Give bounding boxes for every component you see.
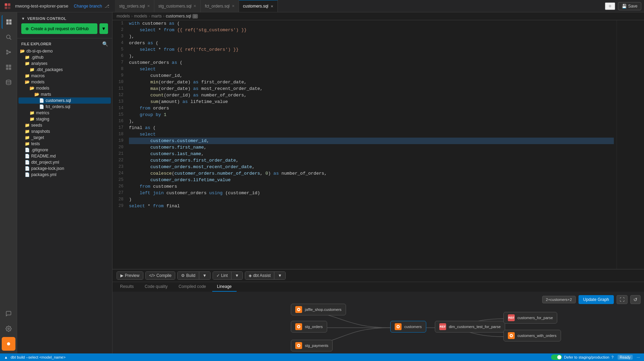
pr-dropdown-button[interactable]: ▼: [99, 23, 108, 34]
sidebar-icon-git[interactable]: [2, 45, 15, 59]
tree-item-fct_orders_sql[interactable]: 📄fct_orders.sql: [19, 104, 111, 110]
lint-dropdown-button[interactable]: ▼: [231, 272, 242, 279]
compile-button[interactable]: </> Compile: [146, 272, 175, 279]
status-bar: ▲ dbt build --select <model_name> Defer …: [0, 353, 644, 361]
svg-point-25: [298, 345, 300, 347]
sidebar-icon-settings[interactable]: [2, 322, 15, 336]
bottom-tab-code_quality[interactable]: Code quality: [140, 282, 172, 292]
tab-stg_orders[interactable]: stg_orders.sql✕: [115, 0, 154, 12]
tree-item-marts[interactable]: 📂marts: [19, 91, 111, 97]
svg-rect-1: [8, 3, 10, 5]
defer-toggle[interactable]: Defer to staging/production ?: [551, 354, 613, 360]
sidebar-icon-database[interactable]: [2, 75, 15, 89]
sidebar-icon-blocks[interactable]: [2, 60, 15, 74]
lineage-node-stg_payments[interactable]: stg_payments: [291, 340, 333, 351]
lineage-node-customers[interactable]: customers: [390, 321, 426, 333]
breadcrumb-settings-icon[interactable]: ⊙: [192, 14, 198, 19]
tabs-bar: stg_orders.sql✕stg_customers.sql✕fct_ord…: [115, 0, 605, 12]
tree-item-gitignore[interactable]: 📄.gitignore: [19, 147, 111, 153]
compile-button-group: </> Compile: [145, 271, 175, 280]
file-icon: 📄: [25, 172, 30, 177]
line-number: 29: [115, 203, 123, 209]
tree-item-dbt_project[interactable]: 📄dbt_project.yml: [19, 159, 111, 165]
vc-buttons: ⊕ Create a pull request on GitHub ▼: [21, 23, 108, 34]
create-pr-button[interactable]: ⊕ Create a pull request on GitHub: [21, 23, 97, 34]
lineage-node-jaffle_shop[interactable]: jaffle_shop.customers: [291, 304, 346, 315]
lineage-node-dim_customers_test[interactable]: REFdim_customers_test_for_parse: [435, 321, 505, 333]
build-button[interactable]: ⚙ Build: [178, 272, 199, 279]
add-tab-button[interactable]: +: [605, 2, 615, 10]
change-branch-button[interactable]: Change branch: [74, 4, 102, 9]
folder-icon: 📂: [20, 49, 25, 54]
more-options-icon[interactable]: ···: [637, 355, 640, 359]
sidebar-icon-chat[interactable]: [2, 307, 15, 321]
toggle-switch-control[interactable]: [551, 354, 562, 360]
tree-item-customers_sql[interactable]: 📄customers.sql: [19, 97, 111, 104]
sidebar-icon-search[interactable]: [2, 30, 15, 44]
status-left: ▲ dbt build --select <model_name>: [4, 355, 65, 359]
folder-icon: 📁: [25, 55, 30, 60]
preview-button[interactable]: ▶ Preview: [117, 272, 143, 279]
lineage-node-customers_for_parse[interactable]: REFcustomers_for_parse: [503, 312, 557, 324]
build-dropdown-button[interactable]: ▼: [199, 272, 210, 279]
dbt-assist-dropdown-button[interactable]: ▼: [274, 272, 285, 279]
tab-close-icon[interactable]: ✕: [147, 4, 150, 8]
tree-item-models2[interactable]: 📂models: [19, 85, 111, 91]
tree-item-packages[interactable]: 📄packages.yml: [19, 172, 111, 178]
bottom-tab-results[interactable]: Results: [115, 282, 139, 292]
tree-item-metrics[interactable]: 📁metrics: [19, 110, 111, 116]
code-line: ),: [129, 33, 614, 40]
update-graph-button[interactable]: Update Graph: [579, 295, 614, 304]
tree-item-staging[interactable]: 📁staging: [19, 116, 111, 122]
tab-close-icon[interactable]: ✕: [271, 4, 273, 8]
sidebar-icon-dbt[interactable]: [2, 337, 15, 351]
lineage-refresh-button[interactable]: ↺: [630, 295, 641, 304]
code-line: select: [129, 131, 614, 138]
dbt-assist-button[interactable]: ◈ dbt Assist: [245, 272, 274, 279]
tree-item-snapshots[interactable]: 📁snapshots: [19, 128, 111, 135]
sidebar-icon-explorer[interactable]: [2, 15, 15, 29]
node-icon: REF: [439, 323, 446, 330]
tab-customers[interactable]: customers.sql✕: [239, 0, 278, 12]
lineage-node-stg_orders[interactable]: stg_orders: [291, 321, 327, 333]
bottom-tab-lineage[interactable]: Lineage: [212, 282, 237, 292]
folder-icon: 📂: [25, 80, 30, 84]
code-line: min(order_date) as first_order_date,: [129, 79, 614, 85]
line-number: 24: [115, 170, 123, 177]
tree-label: marts: [41, 92, 51, 97]
tree-label: macros: [31, 73, 45, 78]
tab-close-icon[interactable]: ✕: [232, 4, 235, 8]
tree-item-package_lock[interactable]: 📄package-lock.json: [19, 165, 111, 172]
svg-rect-13: [9, 65, 11, 67]
tree-item-models[interactable]: 📂models: [19, 79, 111, 85]
tree-label: README.md: [31, 154, 56, 159]
code-line: select * from {{ ref('stg_customers') }}: [129, 27, 614, 33]
lineage-fullscreen-button[interactable]: ⛶: [617, 295, 628, 304]
defer-help-icon[interactable]: ?: [611, 355, 613, 359]
expand-icon[interactable]: ▲: [4, 355, 8, 359]
code-content[interactable]: with customers as ( select * from {{ ref…: [126, 20, 617, 269]
tree-item-seeds[interactable]: 📁seeds: [19, 122, 111, 128]
tab-fct_orders[interactable]: fct_orders.sql✕: [201, 0, 239, 12]
tree-item-dbt_packages[interactable]: 📁.dbt_packages: [19, 67, 111, 73]
tree-item-root[interactable]: 📂db-sl-qs-demo: [19, 48, 111, 54]
code-editor[interactable]: 1234567891011121314151617181920212223242…: [112, 20, 644, 269]
tree-label: _target: [31, 135, 44, 140]
tree-item-tests[interactable]: 📁tests: [19, 141, 111, 147]
tab-stg_customers[interactable]: stg_customers.sql✕: [154, 0, 201, 12]
folder-icon: 📂: [34, 92, 39, 97]
tree-item-readme[interactable]: 📄README.md: [19, 153, 111, 159]
file-search-icon[interactable]: 🔍: [102, 41, 108, 47]
tree-item-target[interactable]: 📁_target: [19, 135, 111, 141]
preview-icon: ▶: [120, 273, 123, 278]
lint-button[interactable]: ✓ Lint: [213, 272, 231, 279]
node-icon: [295, 306, 302, 313]
tab-close-icon[interactable]: ✕: [193, 4, 196, 8]
lineage-node-customers_with_orders[interactable]: customers_with_orders: [503, 330, 561, 341]
tree-item-analyses[interactable]: 📁analyses: [19, 60, 111, 67]
tree-item-github[interactable]: 📁.github: [19, 54, 111, 60]
save-button[interactable]: 💾 Save: [618, 2, 641, 10]
save-icon: 💾: [622, 4, 627, 9]
bottom-tab-compiled_code[interactable]: Compiled code: [174, 282, 211, 292]
tree-item-macros[interactable]: 📁macros: [19, 73, 111, 79]
